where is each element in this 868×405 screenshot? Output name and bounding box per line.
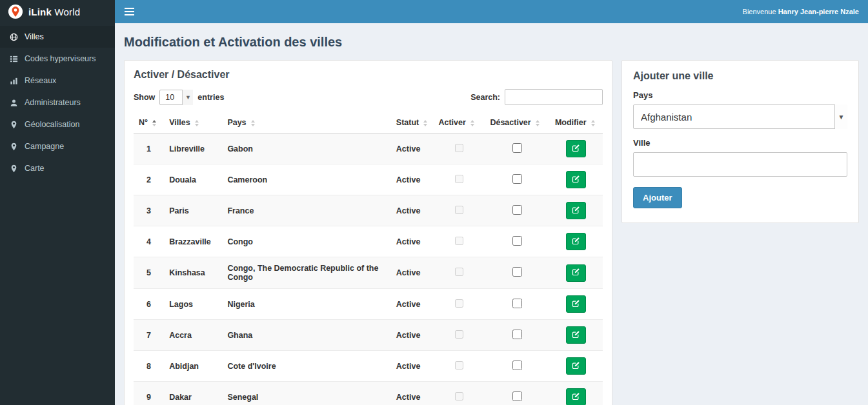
sort-icon bbox=[591, 120, 595, 126]
sidebar-item-reseaux[interactable]: Réseaux bbox=[0, 70, 115, 92]
pays-cell: Congo, The Democratic Republic of the Co… bbox=[222, 257, 390, 289]
pays-cell: Senegal bbox=[222, 382, 390, 405]
column-header-villes[interactable]: Villes bbox=[164, 112, 222, 133]
search-input[interactable] bbox=[505, 89, 603, 105]
column-header-label: Activer bbox=[438, 118, 465, 127]
activer-checkbox[interactable] bbox=[455, 175, 463, 183]
activer-checkbox[interactable] bbox=[455, 206, 463, 214]
brand[interactable]: iLink World bbox=[0, 0, 115, 23]
modifier-button[interactable] bbox=[566, 140, 586, 157]
modifier-button[interactable] bbox=[566, 357, 586, 375]
pays-cell: Congo bbox=[222, 226, 390, 257]
column-header-pays[interactable]: Pays bbox=[222, 112, 390, 133]
ville-input[interactable] bbox=[633, 152, 847, 177]
table-panel-title: Activer / Désactiver bbox=[134, 69, 603, 81]
desactiver-checkbox[interactable] bbox=[512, 174, 522, 184]
column-header-label: N° bbox=[139, 118, 148, 127]
page-title: Modification et Activation des villes bbox=[124, 35, 859, 50]
sidebar-item-campagne[interactable]: Campagne bbox=[0, 135, 115, 157]
hamburger-icon bbox=[125, 8, 134, 15]
row-number: 1 bbox=[134, 133, 164, 164]
activer-cell bbox=[433, 226, 485, 257]
pays-cell: Ghana bbox=[222, 320, 390, 351]
column-header-statut[interactable]: Statut bbox=[391, 112, 434, 133]
modifier-button[interactable] bbox=[566, 326, 586, 344]
activer-cell bbox=[433, 195, 485, 226]
brand-text: iLink World bbox=[28, 6, 80, 17]
ville-row: 5KinshasaCongo, The Democratic Republic … bbox=[134, 257, 603, 289]
pays-label: Pays bbox=[633, 90, 847, 100]
activer-checkbox[interactable] bbox=[455, 361, 463, 370]
marker-icon bbox=[9, 121, 19, 129]
desactiver-checkbox[interactable] bbox=[512, 391, 522, 401]
desactiver-checkbox[interactable] bbox=[512, 205, 522, 215]
sidebar-item-geolocalisation[interactable]: Géolocalisation bbox=[0, 114, 115, 135]
column-header-modifier[interactable]: Modifier bbox=[550, 112, 603, 133]
list-icon bbox=[9, 55, 19, 63]
row-number: 9 bbox=[134, 382, 164, 405]
desactiver-cell bbox=[485, 289, 549, 320]
sidebar-item-label: Codes hyperviseurs bbox=[25, 54, 96, 63]
ajouter-button[interactable]: Ajouter bbox=[633, 187, 682, 208]
statut-cell: Active bbox=[391, 195, 434, 226]
activer-checkbox[interactable] bbox=[455, 268, 463, 276]
desactiver-checkbox[interactable] bbox=[512, 267, 522, 277]
column-header-desactiver[interactable]: Désactiver bbox=[485, 112, 549, 133]
desactiver-checkbox[interactable] bbox=[512, 236, 522, 246]
page-length-select[interactable]: 10 bbox=[159, 90, 193, 105]
desactiver-checkbox[interactable] bbox=[512, 299, 522, 308]
ville-cell: Brazzaville bbox=[164, 226, 222, 257]
edit-icon bbox=[572, 268, 580, 278]
desactiver-checkbox[interactable] bbox=[512, 330, 522, 339]
sidebar-item-label: Réseaux bbox=[25, 76, 56, 85]
sidebar-item-label: Géolocalisation bbox=[25, 120, 79, 129]
sidebar-toggle-button[interactable] bbox=[115, 0, 143, 23]
desactiver-checkbox[interactable] bbox=[512, 143, 522, 153]
modifier-cell bbox=[550, 320, 603, 351]
search-label: Search: bbox=[470, 93, 500, 102]
modifier-button[interactable] bbox=[566, 264, 586, 282]
modifier-cell bbox=[550, 351, 603, 382]
activer-checkbox[interactable] bbox=[455, 144, 463, 152]
sort-icon bbox=[536, 120, 540, 126]
header: iLink World Bienvenue Hanry Jean-pierre … bbox=[0, 0, 868, 23]
modifier-button[interactable] bbox=[566, 295, 586, 313]
modifier-button[interactable] bbox=[566, 233, 586, 250]
modifier-button[interactable] bbox=[566, 202, 586, 219]
row-number: 2 bbox=[134, 164, 164, 195]
desactiver-checkbox[interactable] bbox=[512, 361, 522, 370]
statut-cell: Active bbox=[391, 164, 434, 195]
activer-cell bbox=[433, 320, 485, 351]
ville-row: 7AccraGhanaActive bbox=[134, 320, 603, 351]
sidebar-item-codes-hyperviseurs[interactable]: Codes hyperviseurs bbox=[0, 48, 115, 70]
pays-select[interactable]: Afghanistan bbox=[633, 104, 847, 129]
modifier-button[interactable] bbox=[566, 388, 586, 405]
pays-cell: France bbox=[222, 195, 390, 226]
edit-icon bbox=[572, 144, 580, 154]
modifier-button[interactable] bbox=[566, 171, 586, 188]
app-window: iLink World Bienvenue Hanry Jean-pierre … bbox=[0, 0, 868, 405]
page-length-control: Show 10 ▼ entries bbox=[134, 90, 224, 105]
search-control: Search: bbox=[470, 89, 603, 105]
column-header-n[interactable]: N° bbox=[134, 112, 164, 133]
activer-checkbox[interactable] bbox=[455, 392, 463, 400]
activer-checkbox[interactable] bbox=[455, 330, 463, 339]
column-header-label: Désactiver bbox=[490, 118, 530, 127]
statut-cell: Active bbox=[391, 133, 434, 164]
sidebar-item-label: Campagne bbox=[25, 142, 64, 151]
ville-cell: Libreville bbox=[164, 133, 222, 164]
row-number: 7 bbox=[134, 320, 164, 351]
activer-checkbox[interactable] bbox=[455, 237, 463, 245]
sidebar-item-administrateurs[interactable]: Administrateurs bbox=[0, 92, 115, 114]
topbar: Bienvenue Hanry Jean-pierre Nzale bbox=[115, 0, 868, 23]
row-number: 3 bbox=[134, 195, 164, 226]
column-header-label: Pays bbox=[227, 118, 246, 127]
activer-checkbox[interactable] bbox=[455, 299, 463, 308]
globe-icon bbox=[9, 33, 19, 41]
ville-cell: Douala bbox=[164, 164, 222, 195]
sidebar-item-carte[interactable]: Carte bbox=[0, 157, 115, 179]
column-header-activer[interactable]: Activer bbox=[433, 112, 485, 133]
sidebar: VillesCodes hyperviseursRéseauxAdministr… bbox=[0, 23, 115, 405]
sort-icon bbox=[423, 120, 427, 126]
sidebar-item-villes[interactable]: Villes bbox=[0, 26, 115, 48]
